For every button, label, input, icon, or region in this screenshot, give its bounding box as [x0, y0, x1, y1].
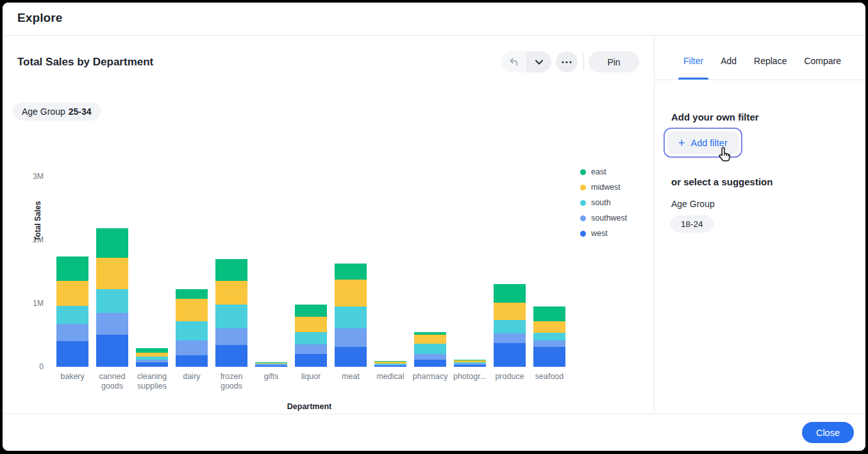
filter-chip-value: 25-34: [69, 106, 92, 117]
legend-item-south[interactable]: south: [580, 195, 627, 210]
bar-segment-east[interactable]: [533, 307, 565, 321]
legend-item-southwest[interactable]: southwest: [580, 210, 627, 226]
y-tick-label: 0: [19, 362, 44, 371]
bar-segment-midwest[interactable]: [56, 281, 88, 306]
bar-segment-midwest[interactable]: [295, 317, 327, 332]
bar-segment-west[interactable]: [255, 366, 287, 367]
legend-label: east: [591, 167, 606, 176]
tab-replace[interactable]: Replace: [749, 56, 791, 80]
bar-segment-midwest[interactable]: [494, 303, 526, 320]
bar-segment-west[interactable]: [374, 366, 406, 367]
tab-filter[interactable]: Filter: [679, 56, 708, 80]
bar-segment-south[interactable]: [533, 333, 565, 340]
bar-bakery: [56, 256, 88, 367]
x-tick-label: liquor: [290, 372, 331, 382]
y-tick-label: 2M: [19, 235, 44, 244]
bar-segment-midwest[interactable]: [335, 280, 367, 307]
bar-segment-west[interactable]: [176, 355, 208, 367]
bar-segment-midwest[interactable]: [533, 321, 565, 333]
more-options-button[interactable]: [556, 51, 578, 72]
bar-segment-south[interactable]: [414, 344, 446, 354]
bar-segment-southwest[interactable]: [335, 328, 367, 347]
legend-dot: [580, 169, 586, 175]
tab-compare[interactable]: Compare: [799, 56, 846, 80]
y-tick-label: 3M: [19, 172, 44, 181]
bar-segment-east[interactable]: [96, 228, 128, 258]
bar-segment-west[interactable]: [56, 341, 88, 367]
bar-canned-goods: [96, 228, 128, 367]
tab-add[interactable]: Add: [716, 56, 741, 80]
bar-segment-east[interactable]: [215, 259, 247, 281]
bar-segment-west[interactable]: [335, 347, 367, 367]
bar-segment-east[interactable]: [295, 305, 327, 317]
bar-segment-west[interactable]: [136, 362, 168, 367]
suggestion-group-label: Age Group: [671, 199, 715, 209]
legend-item-midwest[interactable]: midwest: [580, 180, 627, 195]
bar-segment-southwest[interactable]: [533, 340, 565, 347]
add-filter-button[interactable]: + Add filter: [667, 131, 739, 154]
bar-segment-west[interactable]: [96, 335, 128, 367]
bar-segment-midwest[interactable]: [414, 335, 446, 344]
pin-button[interactable]: Pin: [588, 51, 639, 72]
bar-segment-southwest[interactable]: [96, 313, 128, 335]
bar-segment-south[interactable]: [96, 289, 128, 313]
bar-segment-west[interactable]: [295, 354, 327, 367]
x-axis-title: Department: [48, 402, 571, 411]
add-filter-button-label: Add filter: [691, 138, 728, 148]
bar-segment-midwest[interactable]: [96, 258, 128, 289]
x-tick-label: medical: [370, 372, 411, 382]
bar-segment-west[interactable]: [533, 347, 565, 367]
bar-segment-southwest[interactable]: [414, 354, 446, 360]
bar-segment-west[interactable]: [215, 345, 247, 367]
bar-meat: [335, 264, 367, 367]
bar-segment-southwest[interactable]: [56, 324, 88, 341]
bar-dairy: [176, 289, 208, 367]
bar-segment-southwest[interactable]: [176, 340, 208, 355]
bar-segment-south[interactable]: [494, 320, 526, 333]
bar-segment-southwest[interactable]: [215, 328, 247, 345]
x-tick-label: frozen goods: [211, 372, 252, 391]
bar-segment-east[interactable]: [176, 289, 208, 299]
undo-history-dropdown-button[interactable]: [526, 51, 551, 72]
undo-button[interactable]: [501, 51, 526, 72]
bar-segment-west[interactable]: [414, 360, 446, 367]
bar-segment-south[interactable]: [335, 307, 367, 328]
legend-label: southwest: [591, 214, 627, 223]
bar-segment-east[interactable]: [494, 284, 526, 303]
x-tick-label: seafood: [529, 372, 570, 382]
bar-seafood: [533, 307, 565, 367]
bar-segment-west[interactable]: [454, 365, 486, 367]
x-tick-label: dairy: [171, 372, 212, 382]
legend-item-east[interactable]: east: [580, 164, 627, 180]
bar-segment-east[interactable]: [136, 348, 168, 353]
bar-segment-midwest[interactable]: [176, 299, 208, 321]
close-button[interactable]: Close: [802, 422, 854, 443]
bar-segment-east[interactable]: [56, 256, 88, 281]
page-title: Explore: [17, 11, 62, 25]
suggestion-chip-18-24[interactable]: 18-24: [671, 215, 714, 233]
bar-segment-west[interactable]: [494, 343, 526, 367]
legend-item-west[interactable]: west: [580, 226, 627, 241]
bar-segment-south[interactable]: [176, 321, 208, 340]
bar-segment-south[interactable]: [215, 305, 247, 328]
applied-filter-chip[interactable]: Age Group 25-34: [13, 103, 101, 121]
bar-cleaning-supplies: [136, 348, 168, 367]
bar-photogr: [454, 360, 486, 367]
bar-segment-southwest[interactable]: [295, 344, 327, 354]
chevron-down-icon: [535, 59, 544, 65]
x-tick-label: meat: [330, 372, 371, 382]
bar-segment-midwest[interactable]: [215, 281, 247, 305]
add-filter-focus-ring: + Add filter: [664, 128, 742, 158]
bar-segment-east[interactable]: [335, 264, 367, 280]
legend-label: midwest: [591, 183, 621, 192]
bar-segment-southwest[interactable]: [494, 333, 526, 343]
filter-side-panel: FilterAddReplaceCompare Add your own fil…: [654, 37, 865, 414]
legend-dot: [580, 185, 586, 190]
undo-split-button: [501, 51, 551, 72]
x-tick-label: cleaning supplies: [131, 372, 172, 391]
bar-segment-south[interactable]: [56, 306, 88, 324]
legend-dot: [580, 231, 586, 237]
bar-segment-south[interactable]: [295, 332, 327, 344]
add-filter-heading: Add your own filter: [671, 112, 759, 122]
y-tick-label: 1M: [19, 299, 44, 308]
